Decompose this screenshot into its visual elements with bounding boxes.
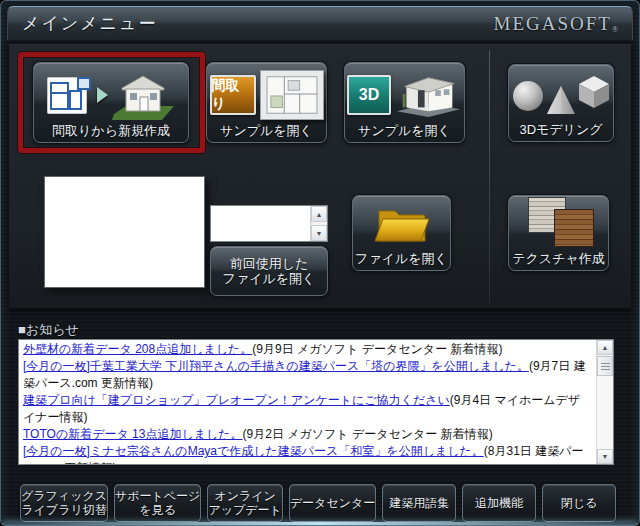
bottom-glow-line <box>3 522 637 525</box>
new-from-floorplan-label: 間取りから新規作成 <box>52 123 170 138</box>
new-from-floorplan-button[interactable]: 間取りから新規作成 <box>33 62 189 143</box>
news-item: [今月の一枚]ミナセ宗谷さんのMayaで作成した建築パース「和室」を公開しました… <box>23 443 592 464</box>
news-scroll-track[interactable] <box>597 377 613 449</box>
open-3d-sample-icons: 3D <box>347 67 462 123</box>
news-link[interactable]: 外壁材の新着データ 208点追加しました。 <box>23 342 252 356</box>
news-link[interactable]: 建築プロ向け「建プロショップ」プレオープン！アンケートにご協力ください <box>23 393 450 407</box>
create-texture-label: テクスチャ作成 <box>512 251 605 266</box>
news-link[interactable]: [今月の一枚]千葉工業大学 下川翔平さんの手描きの建築パース「塔の界隈」を公開し… <box>23 359 529 373</box>
news-item: [今月の一枚]千葉工業大学 下川翔平さんの手描きの建築パース「塔の界隈」を公開し… <box>23 358 592 392</box>
cube-icon <box>579 76 609 108</box>
open-floorplan-sample-button[interactable]: 間取り サンプルを開く <box>206 62 327 143</box>
open-3d-sample-button[interactable]: 3D サンプルを開く <box>344 62 465 143</box>
support-page-button[interactable]: サポートページ を見る <box>114 484 201 522</box>
news-list: 外壁材の新着データ 208点追加しました。(9月9日 メガソフト データセンター… <box>19 340 596 464</box>
news-link[interactable]: [今月の一枚]ミナセ宗谷さんのMayaで作成した建築パース「和室」を公開しました… <box>23 444 484 458</box>
button-label-line2: を見る <box>139 503 176 517</box>
scroll-down-icon[interactable]: ▼ <box>311 225 327 241</box>
news-source: (9月9日 メガソフト データセンター 新着情報) <box>252 342 502 356</box>
floorplan-icon <box>47 75 93 115</box>
button-label-line1: グラフィックス <box>21 489 107 503</box>
create-texture-button[interactable]: テクスチャ作成 <box>508 195 609 271</box>
megasoft-logo: MEGASOFT® <box>494 13 618 35</box>
house-icon <box>112 70 176 120</box>
button-label: 閉じる <box>561 496 598 510</box>
button-label-line1: サポートページ <box>115 489 200 503</box>
wood-texture-icon <box>554 209 594 247</box>
file-preview-area <box>44 176 205 288</box>
main-menu-window: メインメニュー MEGASOFT® 間取りから新 <box>0 0 640 526</box>
open-file-button[interactable]: ファイルを開く <box>352 195 451 271</box>
news-item: 外壁材の新着データ 208点追加しました。(9月9日 メガソフト データセンター… <box>23 341 592 358</box>
floorplan-thumbnail <box>260 70 324 120</box>
news-box: 外壁材の新着データ 208点追加しました。(9月9日 メガソフト データセンター… <box>18 339 614 465</box>
open-last-file-button[interactable]: 前回使用した ファイルを開く <box>210 246 328 296</box>
3d-modeling-label: 3Dモデリング <box>519 122 602 137</box>
3d-modeling-icons <box>511 69 611 122</box>
news-scrollbar[interactable]: ▲ ▼ <box>596 340 613 464</box>
3d-modeling-button[interactable]: 3Dモデリング <box>508 64 614 142</box>
open-last-file-label-line1: 前回使用した <box>230 256 309 271</box>
open-file-icons <box>355 200 448 251</box>
additional-features-button[interactable]: 追加機能 <box>462 484 536 522</box>
button-label: 建築用語集 <box>389 496 449 510</box>
close-button[interactable]: 閉じる <box>542 484 616 522</box>
sphere-icon <box>513 81 543 111</box>
online-update-button[interactable]: オンライン アップデート <box>207 484 282 522</box>
news-source: (9月2日 メガソフト データセンター 新着情報) <box>243 427 493 441</box>
news-section-title: ■お知らせ <box>18 321 79 339</box>
news-item: TOTOの新着データ 13点追加しました。(9月2日 メガソフト データセンター… <box>23 426 592 443</box>
arrow-icon <box>97 87 108 103</box>
open-3d-sample-label: サンプルを開く <box>358 123 451 138</box>
madori-badge: 間取り <box>210 75 256 115</box>
graphics-library-switch-button[interactable]: グラフィックス ライブラリ切替 <box>20 484 108 522</box>
bottom-toolbar: グラフィックス ライブラリ切替 サポートページ を見る オンライン アップデート… <box>20 484 616 522</box>
folder-icon <box>373 203 431 249</box>
open-floorplan-sample-icons: 間取り <box>209 67 324 123</box>
recent-files-listbox[interactable]: ▲ ▼ <box>210 205 328 242</box>
texture-icon <box>520 195 598 251</box>
data-center-button[interactable]: データセンター <box>289 484 376 522</box>
button-label-line2: ライブラリ切替 <box>21 503 106 517</box>
thumb-grip-icon <box>601 363 610 370</box>
3d-badge: 3D <box>347 75 391 115</box>
recent-files-scrollbar[interactable]: ▲ ▼ <box>310 206 327 241</box>
button-label: 追加機能 <box>475 496 523 510</box>
create-texture-icons <box>511 195 606 251</box>
open-file-label: ファイルを開く <box>355 251 448 266</box>
news-item: 建築プロ向け「建プロショップ」プレオープン！アンケートにご協力ください(9月4日… <box>23 392 592 426</box>
vertical-divider <box>489 50 490 304</box>
registered-mark: ® <box>612 25 618 34</box>
new-from-floorplan-icons <box>36 67 186 123</box>
scroll-up-icon[interactable]: ▲ <box>311 206 327 222</box>
button-label-line1: オンライン <box>214 489 275 503</box>
house-3d-thumbnail <box>395 68 462 122</box>
recent-files-list[interactable] <box>211 206 310 241</box>
button-label: データセンター <box>290 496 375 510</box>
news-scroll-up-icon[interactable]: ▲ <box>597 340 613 355</box>
architecture-glossary-button[interactable]: 建築用語集 <box>382 484 456 522</box>
news-link[interactable]: TOTOの新着データ 13点追加しました。 <box>23 427 243 441</box>
news-scroll-down-icon[interactable]: ▼ <box>597 449 613 464</box>
title-bar: メインメニュー MEGASOFT® <box>7 6 633 40</box>
page-title: メインメニュー <box>22 12 157 35</box>
button-label-line2: アップデート <box>208 503 281 517</box>
open-last-file-label-line2: ファイルを開く <box>223 271 316 286</box>
open-floorplan-sample-label: サンプルを開く <box>220 123 313 138</box>
brand-text: MEGASOFT <box>494 13 612 34</box>
pyramid-icon <box>547 86 575 116</box>
news-scroll-thumb[interactable] <box>597 356 613 376</box>
